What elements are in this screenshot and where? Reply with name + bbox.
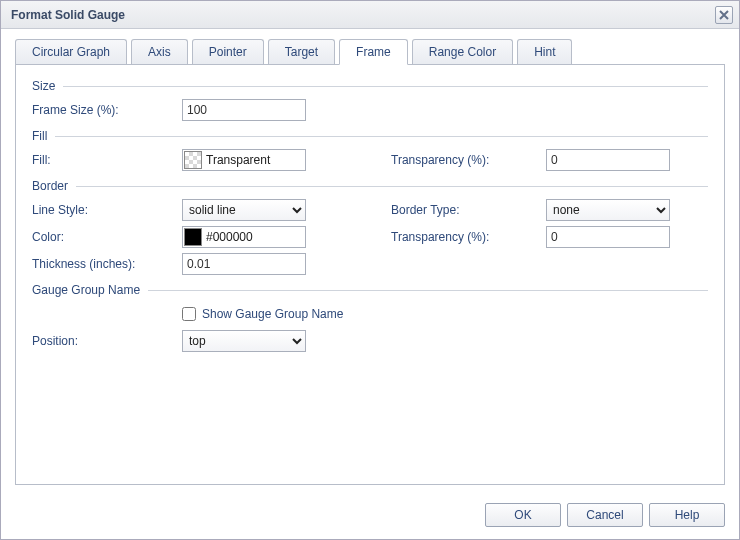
divider bbox=[55, 136, 708, 137]
section-fill-label: Fill bbox=[32, 129, 47, 143]
border-type-select[interactable]: none bbox=[546, 199, 670, 221]
tab-axis[interactable]: Axis bbox=[131, 39, 188, 64]
border-transparency-input[interactable] bbox=[546, 226, 670, 248]
tab-pointer[interactable]: Pointer bbox=[192, 39, 264, 64]
border-type-label: Border Type: bbox=[391, 203, 546, 217]
help-button[interactable]: Help bbox=[649, 503, 725, 527]
border-transparency-label: Transparency (%): bbox=[391, 230, 546, 244]
frame-size-input[interactable] bbox=[182, 99, 306, 121]
section-size-label: Size bbox=[32, 79, 55, 93]
tabstrip: Circular Graph Axis Pointer Target Frame… bbox=[15, 39, 725, 64]
tabpanel-frame: Size Frame Size (%): Fill Fill: Transpar… bbox=[15, 64, 725, 485]
thickness-label: Thickness (inches): bbox=[32, 257, 182, 271]
fill-color-picker[interactable]: Transparent bbox=[182, 149, 306, 171]
fill-color-name: Transparent bbox=[204, 153, 270, 167]
tab-circular-graph[interactable]: Circular Graph bbox=[15, 39, 127, 64]
fill-transparency-label: Transparency (%): bbox=[391, 153, 546, 167]
fill-label: Fill: bbox=[32, 153, 182, 167]
position-select[interactable]: top bbox=[182, 330, 306, 352]
titlebar: Format Solid Gauge bbox=[1, 1, 739, 29]
tab-target[interactable]: Target bbox=[268, 39, 335, 64]
close-button[interactable] bbox=[715, 6, 733, 24]
close-icon bbox=[719, 10, 729, 20]
divider bbox=[76, 186, 708, 187]
swatch-transparent-icon bbox=[184, 151, 202, 169]
section-gauge-group-name: Gauge Group Name bbox=[32, 283, 708, 297]
cancel-button[interactable]: Cancel bbox=[567, 503, 643, 527]
divider bbox=[63, 86, 708, 87]
fill-transparency-input[interactable] bbox=[546, 149, 670, 171]
border-color-label: Color: bbox=[32, 230, 182, 244]
format-solid-gauge-dialog: Format Solid Gauge Circular Graph Axis P… bbox=[0, 0, 740, 540]
tab-frame[interactable]: Frame bbox=[339, 39, 408, 65]
line-style-select[interactable]: solid line bbox=[182, 199, 306, 221]
swatch-black-icon bbox=[184, 228, 202, 246]
tab-range-color[interactable]: Range Color bbox=[412, 39, 513, 64]
position-label: Position: bbox=[32, 334, 182, 348]
border-color-picker[interactable]: #000000 bbox=[182, 226, 306, 248]
section-fill: Fill bbox=[32, 129, 708, 143]
tab-hint[interactable]: Hint bbox=[517, 39, 572, 64]
section-groupname-label: Gauge Group Name bbox=[32, 283, 140, 297]
show-gauge-group-name-checkbox[interactable] bbox=[182, 307, 196, 321]
ok-button[interactable]: OK bbox=[485, 503, 561, 527]
border-color-hex: #000000 bbox=[204, 230, 253, 244]
window-title: Format Solid Gauge bbox=[11, 8, 125, 22]
frame-size-label: Frame Size (%): bbox=[32, 103, 182, 117]
dialog-footer: OK Cancel Help bbox=[1, 493, 739, 539]
thickness-input[interactable] bbox=[182, 253, 306, 275]
section-border-label: Border bbox=[32, 179, 68, 193]
divider bbox=[148, 290, 708, 291]
section-size: Size bbox=[32, 79, 708, 93]
line-style-label: Line Style: bbox=[32, 203, 182, 217]
section-border: Border bbox=[32, 179, 708, 193]
show-gauge-group-name-label: Show Gauge Group Name bbox=[202, 307, 343, 321]
